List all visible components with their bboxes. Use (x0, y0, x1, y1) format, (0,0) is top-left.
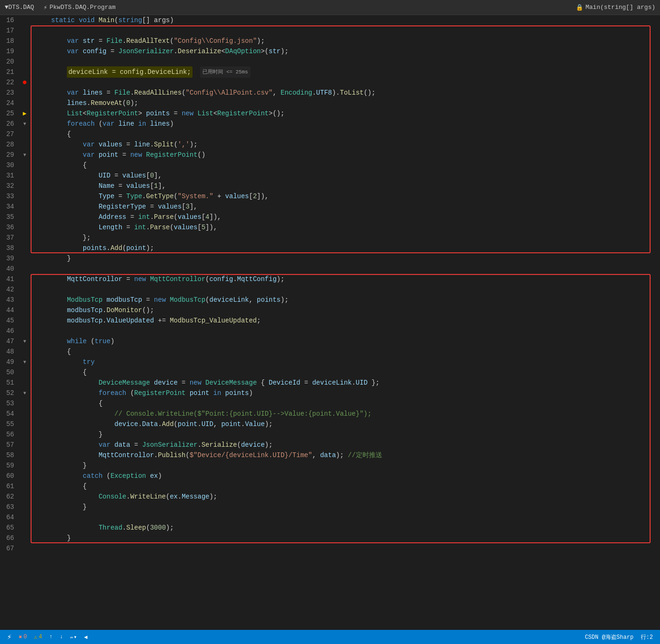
method-icon: 🔒 (576, 4, 583, 11)
code-line-30: { (35, 160, 655, 170)
code-line-16: static void Main(string[] args) (35, 15, 655, 25)
nav-up[interactable]: ↑ (49, 634, 53, 640)
code-line-31: UID = values[0], (35, 170, 655, 181)
code-line-28: var values = line.Split(','); (35, 139, 655, 150)
code-line-23: var lines = File.ReadAllLines("Config\\A… (35, 88, 655, 98)
code-line-58: MqttControllor.Publish($"Device/{deviceL… (35, 450, 655, 460)
code-line-38: points.Add(point); (35, 243, 655, 253)
file-name: ⚡ PkwDTS.DAQ.Program (43, 4, 115, 11)
code-line-40 (35, 264, 655, 274)
fold-btn-47[interactable]: ▼ (19, 336, 31, 346)
file-icon: ⚡ (43, 4, 47, 11)
code-line-34: RegisterType = values[3], (35, 201, 655, 212)
code-line-61: { (35, 481, 655, 491)
line-col: 行:2 (641, 633, 653, 641)
fold-btn-29[interactable]: ▼ (19, 150, 31, 160)
code-line-50: { (35, 367, 655, 378)
code-line-44: modbusTcp.DoMonitor(); (35, 305, 655, 315)
title-bar: ▼DTS.DAQ ⚡ PkwDTS.DAQ.Program 🔒 Main(str… (0, 0, 660, 15)
code-line-39: } (35, 253, 655, 264)
code-line-62: Console.WriteLine(ex.Message); (35, 491, 655, 502)
code-line-27: { (35, 129, 655, 139)
code-line-36: Length = int.Parse(values[5]), (35, 222, 655, 233)
code-line-35: Address = int.Parse(values[4]), (35, 212, 655, 222)
code-line-42 (35, 284, 655, 295)
code-line-22 (35, 77, 655, 88)
code-line-33: Type = Type.GetType("System." + values[2… (35, 191, 655, 201)
code-line-53: { (35, 398, 655, 409)
code-line-25: List<RegisterPoint> points = new List<Re… (35, 108, 655, 119)
error-icon: ✖ (19, 634, 22, 641)
code-line-41: MqttControllor = new MqttControllor(conf… (35, 274, 655, 284)
code-line-17 (35, 25, 655, 36)
status-right: CSDN @海盗Sharp 行:2 (585, 633, 653, 641)
error-count: ✖ 0 (19, 634, 27, 641)
code-line-59: } (35, 460, 655, 471)
status-icon-left: ⚡ (7, 632, 12, 642)
code-line-26: foreach (var line in lines) (35, 119, 655, 129)
line-numbers: 16 17 18 19 20 21 22 23 24 25 26 27 28 2… (0, 15, 19, 630)
code-line-55: device.Data.Add(point.UID, point.Value); (35, 419, 655, 429)
fold-btn-52[interactable]: ▼ (19, 388, 31, 398)
nav-down[interactable]: ↓ (60, 634, 63, 640)
code-line-63: } (35, 502, 655, 512)
status-left: ⚡ ✖ 0 ⚠ 4 ↑ ↓ ✏▾ ◀ (7, 632, 88, 642)
code-line-47: while (true) (35, 336, 655, 346)
status-bar: ⚡ ✖ 0 ⚠ 4 ↑ ↓ ✏▾ ◀ CSDN @海盗Sharp 行:2 (0, 630, 660, 644)
editor: 16 17 18 19 20 21 22 23 24 25 26 27 28 2… (0, 15, 660, 630)
code-line-54: // Console.WriteLine($"Point:{point.UID}… (35, 409, 655, 419)
warning-icon: ⚠ (34, 634, 37, 641)
code-line-46 (35, 326, 655, 336)
code-line-19: var config = JsonSerializer.Deserialize<… (35, 46, 655, 56)
code-line-52: foreach (RegisterPoint point in points) (35, 388, 655, 398)
code-content[interactable]: static void Main(string[] args) var str … (31, 15, 660, 630)
code-line-21: deviceLink = config.DeviceLink; 已用时间 <= … (35, 67, 655, 77)
arrow-indicator: ▶ (23, 110, 27, 117)
code-line-48: { (35, 346, 655, 357)
code-line-49: try (35, 357, 655, 367)
code-line-67 (35, 543, 655, 554)
code-line-57: var data = JsonSerializer.Serialize(devi… (35, 440, 655, 450)
nav-left[interactable]: ◀ (84, 634, 87, 641)
code-line-66: } (35, 533, 655, 543)
breakpoint-icon: ● (22, 78, 27, 87)
project-name: ▼DTS.DAQ (5, 4, 34, 11)
fold-btn-49[interactable]: ▼ (19, 357, 31, 367)
code-line-24: lines.RemoveAt(0); (35, 98, 655, 108)
code-line-51: DeviceMessage device = new DeviceMessage… (35, 378, 655, 388)
code-line-37: }; (35, 233, 655, 243)
code-line-65: Thread.Sleep(3000); (35, 523, 655, 533)
code-line-18: var str = File.ReadAllText("Config\\Conf… (35, 36, 655, 46)
gutter: ● ▶ ▼ ▼ ▼ ▼ ▼ (19, 15, 31, 630)
edit-icon[interactable]: ✏▾ (70, 634, 77, 641)
code-line-60: catch (Exception ex) (35, 471, 655, 481)
warning-count: ⚠ 4 (34, 634, 42, 641)
code-line-32: Name = values[1], (35, 181, 655, 191)
fold-btn-26[interactable]: ▼ (19, 119, 31, 129)
code-line-64 (35, 512, 655, 523)
code-line-29: var point = new RegisterPoint() (35, 150, 655, 160)
code-line-56: } (35, 429, 655, 440)
csdn-branding: CSDN @海盗Sharp (585, 633, 633, 641)
code-line-20 (35, 56, 655, 67)
code-line-45: modbusTcp.ValueUpdated += ModbusTcp_Valu… (35, 315, 655, 326)
method-name: 🔒 Main(string[] args) (576, 4, 655, 11)
code-line-43: ModbusTcp modbusTcp = new ModbusTcp(devi… (35, 295, 655, 305)
